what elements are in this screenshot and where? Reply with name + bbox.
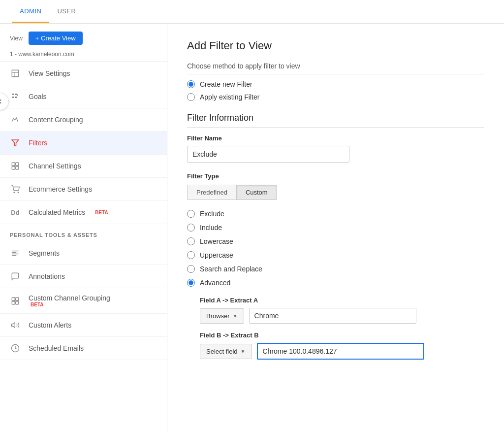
field-b-label: Field B -> Extract B xyxy=(200,332,484,339)
top-nav: ADMIN USER xyxy=(0,0,504,24)
field-a-row: Browser ▼ xyxy=(200,308,484,324)
include-option[interactable]: Include xyxy=(187,224,484,232)
exclude-radio[interactable] xyxy=(187,210,195,218)
scheduled-emails-icon xyxy=(10,343,21,354)
sidebar-subtitle: 1 - www.kameleoon.com xyxy=(0,49,167,62)
view-settings-icon xyxy=(10,68,21,79)
channel-settings-icon xyxy=(10,161,21,171)
svg-point-9 xyxy=(14,192,15,193)
field-b-row: Select field ▼ xyxy=(200,343,484,360)
view-settings-label: View Settings xyxy=(29,69,70,77)
svg-rect-17 xyxy=(12,301,15,304)
sidebar-item-calculated-metrics[interactable]: Dd Calculated Metrics BETA xyxy=(0,201,167,224)
view-label: View xyxy=(10,35,23,42)
segments-icon xyxy=(10,248,21,259)
filter-name-label: Filter Name xyxy=(187,134,484,142)
segments-label: Segments xyxy=(29,249,60,257)
lowercase-option[interactable]: Lowercase xyxy=(187,237,484,245)
tab-user[interactable]: USER xyxy=(49,0,84,23)
advanced-option[interactable]: Advanced xyxy=(187,279,484,287)
svg-marker-3 xyxy=(17,94,18,97)
field-b-input[interactable] xyxy=(257,343,424,360)
sidebar-item-custom-alerts[interactable]: Custom Alerts xyxy=(0,314,167,337)
include-label: Include xyxy=(200,224,222,232)
calculated-metrics-label: Calculated Metrics xyxy=(29,208,85,216)
sidebar-item-ecommerce[interactable]: Ecommerce Settings xyxy=(0,178,167,201)
svg-marker-19 xyxy=(12,323,15,328)
sidebar-item-annotations[interactable]: Annotations xyxy=(0,265,167,288)
browser-dropdown-arrow: ▼ xyxy=(233,313,238,319)
browser-dropdown[interactable]: Browser ▼ xyxy=(200,308,244,324)
custom-channel-grouping-icon xyxy=(10,296,21,306)
calculated-metrics-icon: Dd xyxy=(10,207,21,218)
sidebar-item-view-settings[interactable]: View Settings xyxy=(0,62,167,85)
content-grouping-label: Content Grouping xyxy=(29,116,83,124)
tab-admin[interactable]: ADMIN xyxy=(12,0,49,23)
exclude-option[interactable]: Exclude xyxy=(187,210,484,218)
filter-type-tabs: Predefined Custom xyxy=(187,185,277,200)
filter-method-group: Create new Filter Apply existing Filter xyxy=(187,80,484,101)
personal-tools-section-label: PERSONAL TOOLS & ASSETS xyxy=(0,224,167,242)
ecommerce-label: Ecommerce Settings xyxy=(29,185,92,193)
filter-type-label: Filter Type xyxy=(187,172,484,180)
sidebar-item-custom-channel-grouping[interactable]: Custom Channel Grouping BETA xyxy=(0,288,167,314)
svg-rect-16 xyxy=(16,298,19,300)
advanced-label: Advanced xyxy=(200,279,230,287)
custom-alerts-icon xyxy=(10,320,21,331)
predefined-tab[interactable]: Predefined xyxy=(188,185,237,199)
search-replace-option[interactable]: Search and Replace xyxy=(187,265,484,273)
goals-icon xyxy=(10,91,21,102)
svg-rect-6 xyxy=(16,163,19,166)
advanced-radio[interactable] xyxy=(187,279,195,287)
choose-method-label: Choose method to apply filter to view xyxy=(187,62,484,74)
search-replace-label: Search and Replace xyxy=(200,265,262,273)
svg-point-10 xyxy=(18,192,19,193)
uppercase-radio[interactable] xyxy=(187,251,195,259)
custom-tab[interactable]: Custom xyxy=(237,185,277,199)
custom-alerts-label: Custom Alerts xyxy=(29,321,71,329)
create-new-radio[interactable] xyxy=(187,80,195,88)
exclude-label: Exclude xyxy=(200,210,224,218)
search-replace-radio[interactable] xyxy=(187,265,195,273)
filters-label: Filters xyxy=(29,139,47,147)
filter-info-title: Filter Information xyxy=(187,113,484,128)
sidebar: View + Create View 1 - www.kameleoon.com… xyxy=(0,24,167,432)
main-content: Add Filter to View Choose method to appl… xyxy=(167,24,504,432)
annotations-label: Annotations xyxy=(29,272,65,280)
sidebar-item-segments[interactable]: Segments xyxy=(0,242,167,265)
select-field-dropdown-label: Select field xyxy=(206,348,238,355)
svg-rect-7 xyxy=(12,166,15,169)
sidebar-item-content-grouping[interactable]: Content Grouping xyxy=(0,108,167,132)
filters-icon xyxy=(10,137,21,148)
filter-name-input[interactable] xyxy=(187,146,349,163)
advanced-section: Field A -> Extract A Browser ▼ Field B -… xyxy=(200,297,484,360)
include-radio[interactable] xyxy=(187,224,195,232)
apply-existing-filter-option[interactable]: Apply existing Filter xyxy=(187,93,484,101)
calculated-metrics-beta: BETA xyxy=(95,210,108,215)
sidebar-item-filters[interactable]: Filters xyxy=(0,132,167,155)
sidebar-item-channel-settings[interactable]: Channel Settings xyxy=(0,155,167,178)
main-layout: View + Create View 1 - www.kameleoon.com… xyxy=(0,24,504,432)
browser-dropdown-label: Browser xyxy=(206,312,230,320)
sidebar-item-goals[interactable]: Goals xyxy=(0,85,167,108)
lowercase-radio[interactable] xyxy=(187,237,195,245)
ecommerce-icon xyxy=(10,184,21,195)
create-new-filter-option[interactable]: Create new Filter xyxy=(187,80,484,88)
goals-label: Goals xyxy=(29,93,47,100)
sidebar-item-scheduled-emails[interactable]: Scheduled Emails xyxy=(0,337,167,360)
annotations-icon xyxy=(10,271,21,282)
select-field-dropdown-arrow: ▼ xyxy=(241,349,246,354)
scheduled-emails-label: Scheduled Emails xyxy=(29,344,84,352)
create-new-label: Create new Filter xyxy=(200,80,252,88)
page-title: Add Filter to View xyxy=(187,39,484,52)
field-a-input[interactable] xyxy=(249,308,416,324)
channel-settings-label: Channel Settings xyxy=(29,162,81,170)
sidebar-header: View + Create View xyxy=(0,24,167,49)
custom-channel-grouping-beta: BETA xyxy=(31,302,110,307)
create-view-button[interactable]: + Create View xyxy=(29,32,83,45)
svg-rect-15 xyxy=(12,298,15,300)
select-field-dropdown[interactable]: Select field ▼ xyxy=(200,344,252,359)
content-grouping-icon xyxy=(10,114,21,125)
uppercase-option[interactable]: Uppercase xyxy=(187,251,484,259)
apply-existing-radio[interactable] xyxy=(187,93,195,101)
